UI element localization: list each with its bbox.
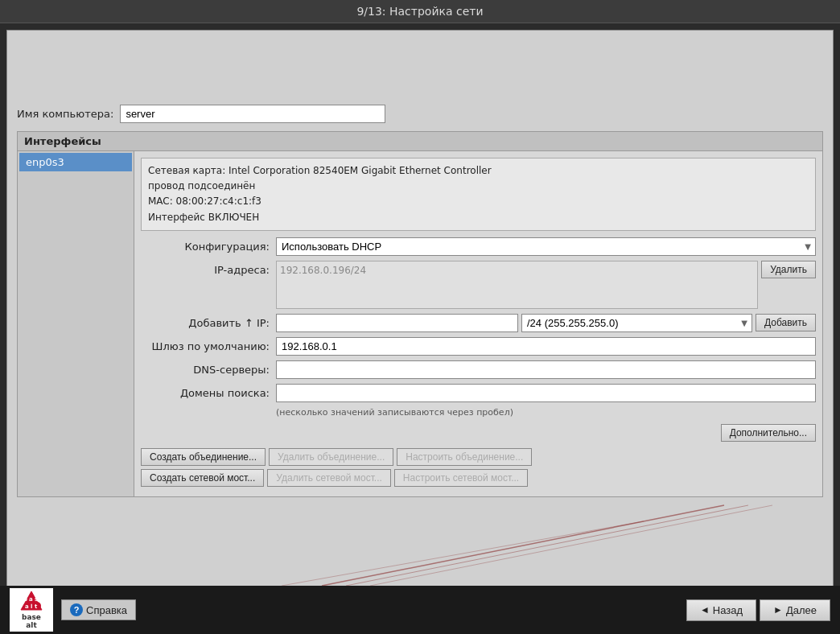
delete-bond-button[interactable]: Удалить объединение... [269,448,393,466]
config-select[interactable]: Использовать DHCP Статический IP Отключи… [276,237,816,256]
help-button[interactable]: ? Справка [61,599,136,620]
nic-line4: Интерфейс ВКЛЮЧЕН [148,210,809,225]
nic-line3: MAC: 08:00:27:c4:c1:f3 [148,194,809,209]
advanced-button[interactable]: Дополнительно... [721,424,816,442]
config-select-wrapper: Использовать DHCP Статический IP Отключи… [276,237,816,256]
configure-bridge-button[interactable]: Настроить сетевой мост... [394,469,528,487]
domains-input[interactable] [276,384,816,402]
subnet-select-wrapper: /24 (255.255.255.0) /8 (255.0.0.0) /16 (… [521,314,752,332]
ip-address-label: IP-адреса: [141,261,270,276]
delete-ip-button[interactable]: Удалить [761,261,816,278]
back-label: Назад [713,604,743,616]
bottom-buttons-row2: Создать сетевой мост... Удалить сетевой … [141,469,816,487]
gateway-label: Шлюз по умолчанию: [141,340,270,352]
computer-name-label: Имя компьютера: [17,108,113,120]
svg-text:a: a [29,596,33,603]
svg-text:l: l [31,603,32,610]
nic-line2: провод подсоединён [148,179,809,194]
logo-area: b a s a l t base alt [10,588,53,632]
ip-area: 192.168.0.196/24 [276,261,758,309]
next-label: Далее [786,604,817,616]
interfaces-section: Интерфейсы enp0s3 Сетевая карта: Intel C… [17,131,823,497]
config-label: Конфигурация: [141,241,270,253]
ip-entry: 192.168.0.196/24 [280,265,754,276]
logo-text: base alt [22,614,41,630]
back-button[interactable]: ◄ Назад [686,599,756,621]
hint-text: (несколько значений записываются через п… [276,407,816,418]
title-bar: 9/13: Настройка сети [0,0,840,23]
nic-info: Сетевая карта: Intel Corporation 82540EM… [141,158,816,231]
add-ip-input[interactable] [276,314,518,332]
add-ip-row: Добавить ↑ IP: /24 (255.255.255.0) /8 (2… [141,314,816,332]
create-bond-button[interactable]: Создать объединение... [141,448,266,466]
add-ip-button[interactable]: Добавить [756,314,816,331]
config-row: Конфигурация: Использовать DHCP Статичес… [141,237,816,256]
configure-bond-button[interactable]: Настроить объединение... [397,448,532,466]
next-button[interactable]: ► Далее [760,599,830,621]
delete-bridge-button[interactable]: Удалить сетевой мост... [267,469,391,487]
next-arrow-icon: ► [773,604,783,615]
dns-label: DNS-серверы: [141,364,270,376]
nic-line1: Сетевая карта: Intel Corporation 82540EM… [148,163,809,179]
footer: b a s a l t base alt ? Справка ◄ Назад ►… [0,586,840,634]
dns-row: DNS-серверы: [141,360,816,379]
computer-name-row: Имя компьютера: [17,105,823,123]
svg-text:s: s [35,596,38,603]
nav-buttons: ◄ Назад ► Далее [686,599,830,621]
help-label: Справка [86,604,127,616]
dns-input[interactable] [276,360,816,379]
interface-detail: Сетевая карта: Intel Corporation 82540EM… [134,151,822,496]
gateway-row: Шлюз по умолчанию: [141,337,816,356]
subnet-select[interactable]: /24 (255.255.255.0) /8 (255.0.0.0) /16 (… [521,314,752,332]
add-ip-label: Добавить ↑ IP: [141,317,270,329]
help-icon: ? [70,603,83,616]
interfaces-body: enp0s3 Сетевая карта: Intel Corporation … [18,151,822,496]
logo-box: b a s a l t base alt [10,588,53,632]
main-content: Имя компьютера: Интерфейсы enp0s3 Сетева… [6,30,834,593]
bottom-buttons-row1: Создать объединение... Удалить объединен… [141,448,816,466]
back-arrow-icon: ◄ [700,604,710,615]
add-ip-inner: /24 (255.255.255.0) /8 (255.0.0.0) /16 (… [276,314,816,332]
create-bridge-button[interactable]: Создать сетевой мост... [141,469,264,487]
domains-row: Домены поиска: [141,384,816,402]
domains-label: Домены поиска: [141,387,270,399]
computer-name-input[interactable] [120,105,385,123]
interfaces-header: Интерфейсы [18,132,822,151]
interface-item-enp0s3[interactable]: enp0s3 [19,153,132,171]
interfaces-list: enp0s3 [18,151,134,496]
title-text: 9/13: Настройка сети [356,5,483,18]
ip-address-row: IP-адреса: 192.168.0.196/24 Удалить [141,261,816,309]
gateway-input[interactable] [276,337,816,356]
logo-icon: b a s a l t [19,590,43,614]
advanced-row: Дополнительно... [141,424,816,442]
svg-text:b: b [23,596,27,603]
svg-text:a: a [25,603,29,610]
ip-row-inner: 192.168.0.196/24 Удалить [276,261,816,309]
